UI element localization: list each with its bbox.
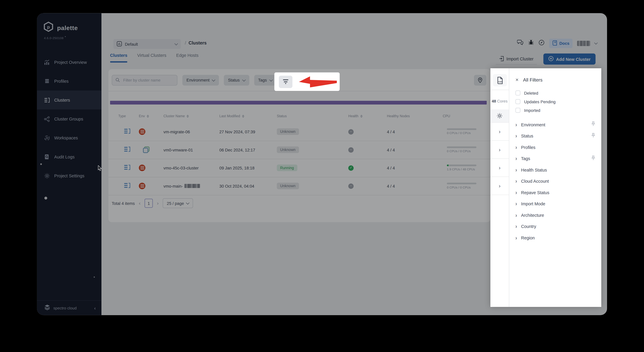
csv-file-icon: CSV <box>497 76 503 84</box>
pin-icon[interactable] <box>591 121 596 127</box>
filter-section-profiles[interactable]: ›Profiles <box>516 141 601 153</box>
chevron-right-icon: › <box>516 167 517 173</box>
red-arrow-annotation <box>298 75 338 88</box>
filter-section-import-mode[interactable]: ›Import Mode <box>516 198 601 209</box>
filter-section-environment[interactable]: ›Environment <box>516 119 601 130</box>
chevron-right-icon: › <box>516 235 517 241</box>
mouse-cursor <box>98 165 102 171</box>
advanced-filters-button[interactable] <box>279 75 292 88</box>
app-window: p palette 4.6.0-250108 Project Overview … <box>37 13 607 315</box>
chevron-right-icon: › <box>516 201 517 207</box>
svg-text:CSV: CSV <box>498 80 502 83</box>
checkbox-icon[interactable] <box>516 90 520 95</box>
panel-title: All Filters <box>523 77 542 82</box>
export-csv-button[interactable]: CSV <box>493 74 507 86</box>
chevron-right-icon: › <box>516 155 517 161</box>
expand-row-button[interactable]: › <box>490 159 509 177</box>
chevron-right-icon: › <box>516 224 517 229</box>
pin-icon[interactable] <box>591 155 596 161</box>
column-settings-button[interactable] <box>490 109 509 123</box>
filter-section-health-status[interactable]: ›Health Status <box>516 164 601 175</box>
filter-lines-icon <box>283 79 288 84</box>
filter-section-status[interactable]: ›Status <box>516 130 601 141</box>
quick-filter-checkboxes: Deleted Updates Pending Imported <box>516 90 601 113</box>
checkbox-icon[interactable] <box>516 99 520 104</box>
close-icon[interactable]: × <box>516 76 518 83</box>
chevron-right-icon: › <box>516 212 517 218</box>
filter-section-country[interactable]: ›Country <box>516 221 601 232</box>
filter-section-architecture[interactable]: ›Architecture <box>516 210 601 221</box>
chevron-right-icon: › <box>516 122 517 127</box>
total-cores-label: 48 Cores <box>490 99 509 103</box>
filter-panel-spotlight: CSV 48 Cores › › › › × All Filters Delet… <box>490 68 601 307</box>
chevron-right-icon: › <box>516 178 517 184</box>
pin-icon[interactable] <box>591 133 596 138</box>
expand-row-button[interactable]: › <box>490 177 509 195</box>
checkbox-imported[interactable]: Imported <box>516 107 601 113</box>
filter-section-cloud-account[interactable]: ›Cloud Account <box>516 175 601 187</box>
checkbox-updates-pending[interactable]: Updates Pending <box>516 99 601 105</box>
filter-section-region[interactable]: ›Region <box>516 232 601 243</box>
all-filters-panel: × All Filters Deleted Updates Pending Im… <box>509 68 601 307</box>
expand-row-button[interactable]: › <box>490 141 509 159</box>
filter-section-tags[interactable]: ›Tags <box>516 153 601 164</box>
screenshot-stage: p palette 4.6.0-250108 Project Overview … <box>0 0 644 352</box>
filter-spotlight <box>274 72 340 91</box>
table-edge-strip: CSV 48 Cores › › › › <box>490 68 509 307</box>
panel-header: × All Filters <box>516 76 601 83</box>
chevron-right-icon: › <box>516 133 517 139</box>
filter-section-repave-status[interactable]: ›Repave Status <box>516 187 601 198</box>
checkbox-icon[interactable] <box>516 108 520 113</box>
chevron-right-icon: › <box>516 190 517 196</box>
filter-sections: ›Environment ›Status ›Profiles ›Tags ›He… <box>516 119 601 243</box>
expand-row-button[interactable]: › <box>490 123 509 141</box>
chevron-right-icon: › <box>516 144 517 150</box>
checkbox-deleted[interactable]: Deleted <box>516 90 601 96</box>
gear-icon <box>496 113 502 119</box>
